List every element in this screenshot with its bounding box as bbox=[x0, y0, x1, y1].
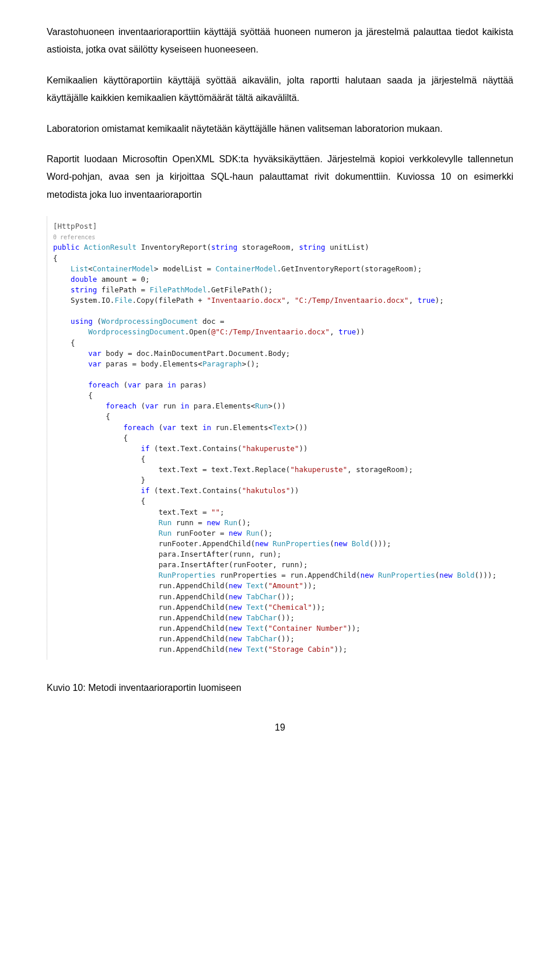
type: Run bbox=[255, 401, 268, 410]
txt bbox=[220, 518, 225, 527]
txt: ( bbox=[330, 539, 334, 548]
txt: runFooter = bbox=[172, 529, 229, 537]
kw: new bbox=[255, 539, 268, 548]
txt: ( bbox=[136, 401, 145, 410]
kw: var bbox=[145, 401, 159, 410]
txt: InventoryReport( bbox=[141, 243, 211, 252]
type: WordprocessingDocument bbox=[88, 327, 185, 336]
kw: foreach bbox=[123, 423, 154, 432]
txt: .GetFilePath(); bbox=[206, 285, 272, 294]
paragraph-4: Raportit luodaan Microsoftin OpenXML SDK… bbox=[47, 151, 513, 204]
kw: new bbox=[206, 518, 220, 527]
txt: ( bbox=[264, 624, 268, 633]
kw: foreach bbox=[106, 401, 136, 410]
type: Bold bbox=[457, 571, 474, 579]
txt: ( bbox=[154, 423, 163, 432]
page-number: 19 bbox=[47, 722, 513, 733]
txt: ()); bbox=[277, 592, 295, 601]
txt: para.InsertAfter(runFooter, runn); bbox=[159, 560, 308, 569]
type: Paragraph bbox=[202, 359, 242, 368]
kw: true bbox=[338, 327, 356, 336]
txt: (text.Text.Contains( bbox=[150, 486, 242, 495]
txt: paras = body.Elements< bbox=[102, 359, 202, 368]
txt: unitList) bbox=[326, 243, 369, 252]
kw: new bbox=[229, 592, 242, 601]
str: @"C:/Temp/Inventaario.docx" bbox=[211, 327, 330, 336]
txt: ); bbox=[435, 296, 444, 305]
txt: filePath = bbox=[97, 285, 149, 294]
kw: if bbox=[141, 444, 150, 453]
figure-caption: Kuvio 10: Metodi inventaarioraportin luo… bbox=[47, 683, 513, 693]
type: Run bbox=[246, 529, 260, 537]
type: TabChar bbox=[246, 592, 277, 601]
txt: para.InsertAfter(runn, run); bbox=[159, 550, 282, 558]
kw: foreach bbox=[88, 380, 119, 389]
str: "hakuperuste" bbox=[242, 444, 299, 453]
kw: in bbox=[167, 380, 176, 389]
txt: ( bbox=[264, 581, 268, 590]
txt: , bbox=[330, 327, 338, 336]
kw: new bbox=[229, 603, 242, 612]
txt: run.AppendChild( bbox=[159, 645, 229, 654]
type: Text bbox=[246, 624, 264, 633]
txt: para.Elements< bbox=[189, 401, 255, 410]
type: TabChar bbox=[246, 634, 277, 643]
txt: storageRoom, bbox=[237, 243, 299, 252]
type: Run bbox=[159, 529, 172, 537]
txt: text.Text = text.Text.Replace( bbox=[159, 465, 290, 474]
kw: new bbox=[229, 613, 242, 622]
kw: new bbox=[229, 581, 242, 590]
txt: .Copy(filePath + bbox=[132, 296, 206, 305]
txt: )) bbox=[290, 486, 299, 495]
txt: )); bbox=[303, 581, 317, 590]
txt: , storageRoom); bbox=[347, 465, 413, 474]
txt: doc = bbox=[198, 317, 224, 326]
paragraph-2: Kemikaalien käyttöraportiin käyttäjä syö… bbox=[47, 72, 513, 107]
type: TabChar bbox=[246, 613, 277, 622]
type: Text bbox=[272, 423, 290, 432]
type: ContainerModel bbox=[215, 264, 276, 273]
paragraph-1: Varastohuoneen inventaarioraporttiin käy… bbox=[47, 23, 513, 59]
txt bbox=[347, 539, 352, 548]
txt: runn = bbox=[172, 518, 206, 527]
ref-count: 0 references bbox=[53, 234, 95, 240]
str: "hakuperuste" bbox=[290, 465, 347, 474]
txt: body = doc.MainDocumentPart.Document.Bod… bbox=[102, 349, 290, 358]
kw: var bbox=[88, 349, 102, 358]
kw: new bbox=[229, 634, 242, 643]
txt: >()) bbox=[268, 401, 286, 410]
kw: new bbox=[439, 571, 453, 579]
type: ActionResult bbox=[84, 243, 136, 252]
txt: (text.Text.Contains( bbox=[150, 444, 242, 453]
txt: > modelList = bbox=[154, 264, 215, 273]
str: "" bbox=[211, 508, 220, 516]
txt: )); bbox=[347, 624, 360, 633]
txt: ()); bbox=[277, 613, 295, 622]
txt: run.AppendChild( bbox=[159, 634, 229, 643]
txt: ()); bbox=[277, 634, 295, 643]
txt: run.Elements< bbox=[211, 423, 272, 432]
type: RunProperties bbox=[159, 571, 216, 579]
txt: .GetInventoryReport(storageRoom); bbox=[277, 264, 422, 273]
txt: ( bbox=[264, 603, 268, 612]
type: ContainerModel bbox=[93, 264, 154, 273]
kw: new bbox=[229, 529, 242, 537]
kw: if bbox=[141, 486, 150, 495]
type: Text bbox=[246, 645, 264, 654]
txt: run.AppendChild( bbox=[159, 581, 229, 590]
str: "hakutulos" bbox=[242, 486, 290, 495]
kw: var bbox=[88, 359, 102, 368]
kw: true bbox=[418, 296, 435, 305]
type: Text bbox=[246, 581, 264, 590]
type: Bold bbox=[352, 539, 369, 548]
txt: )) bbox=[299, 444, 307, 453]
kw: using bbox=[71, 317, 93, 326]
kw: string bbox=[211, 243, 237, 252]
kw: public bbox=[53, 243, 79, 252]
type: RunProperties bbox=[272, 539, 330, 548]
kw: new bbox=[360, 571, 374, 579]
type: RunProperties bbox=[378, 571, 435, 579]
txt: run bbox=[159, 401, 181, 410]
txt: run.AppendChild( bbox=[159, 603, 229, 612]
txt: runFooter.AppendChild( bbox=[159, 539, 256, 548]
